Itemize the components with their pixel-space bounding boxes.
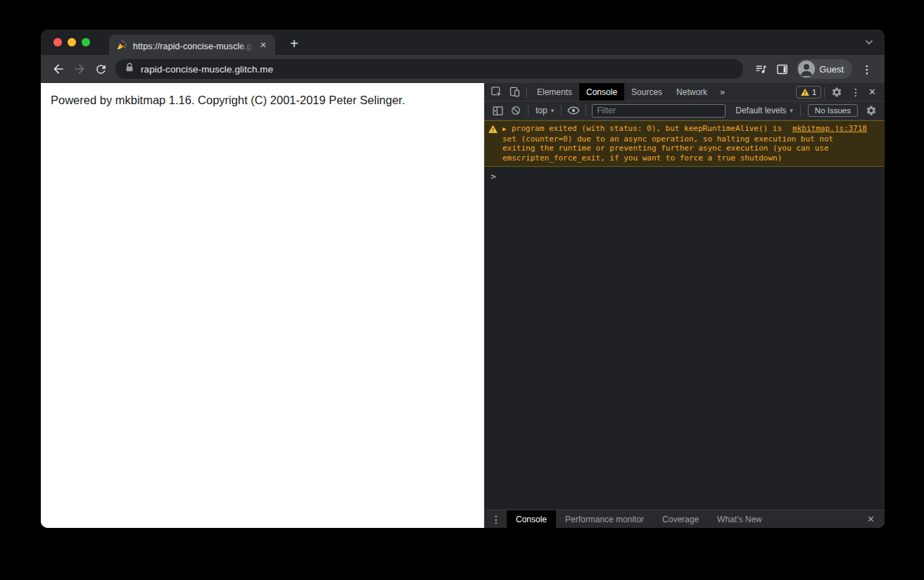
forward-button[interactable] [69, 58, 90, 80]
no-issues-button[interactable]: No Issues [808, 104, 858, 117]
profile-label: Guest [819, 64, 844, 75]
console-messages-area: mkbitmap.js:3718 ▶program exited (with s… [484, 120, 885, 510]
page-text: Powered by mkbitmap 1.16. Copyright (C) … [51, 94, 484, 107]
filter-input[interactable] [592, 104, 726, 118]
minimize-window-button[interactable] [68, 38, 76, 46]
back-button[interactable] [48, 58, 69, 80]
console-prompt[interactable]: > [484, 167, 885, 182]
devtools-close-icon[interactable]: ✕ [866, 87, 880, 97]
clear-console-icon[interactable] [507, 103, 525, 118]
tab-console[interactable]: Console [579, 83, 624, 101]
divider [800, 105, 801, 116]
live-expression-eye-icon[interactable] [564, 103, 583, 118]
console-empty-space[interactable] [484, 182, 885, 510]
tab-search-chevron-icon[interactable] [864, 37, 874, 47]
url-bar[interactable]: rapid-concise-muscle.glitch.me [115, 59, 743, 79]
profile-button[interactable]: Guest [797, 59, 852, 79]
devtools-settings-gear-icon[interactable] [828, 84, 846, 100]
drawer-tab-whats-new[interactable]: What's New [708, 510, 771, 528]
drawer-more-tools-kebab-icon[interactable]: ⋮ [487, 514, 507, 525]
drawer-tab-performance-monitor[interactable]: Performance monitor [556, 510, 653, 528]
browser-tab[interactable]: https://rapid-concise-muscle.g ✕ [109, 34, 275, 55]
devtools-menu-kebab-icon[interactable]: ⋮ [846, 87, 866, 98]
window-controls [53, 38, 90, 46]
expand-message-icon[interactable]: ▶ [502, 125, 512, 134]
guest-avatar [798, 61, 815, 77]
divider [586, 105, 586, 116]
more-panels-icon[interactable]: » [714, 87, 730, 97]
console-toolbar: top ▾ Default levels ▾ No Issues [484, 101, 885, 120]
console-settings-gear-icon[interactable] [862, 103, 880, 118]
warning-count: 1 [812, 88, 816, 96]
divider [528, 105, 529, 116]
party-popper-favicon-icon [116, 39, 127, 51]
fullscreen-window-button[interactable] [82, 38, 90, 46]
tab-strip: https://rapid-concise-muscle.g ✕ + [41, 30, 885, 55]
divider [561, 105, 562, 116]
console-sidebar-icon[interactable] [488, 103, 507, 118]
tab-network[interactable]: Network [669, 83, 714, 101]
divider [526, 87, 527, 98]
new-tab-button[interactable]: + [284, 34, 304, 53]
url-text: rapid-concise-muscle.glitch.me [141, 64, 273, 75]
reload-button[interactable] [90, 58, 111, 80]
context-selector-dropdown[interactable]: top ▾ [531, 106, 558, 115]
tab-title-fade [239, 39, 254, 51]
source-location-link[interactable]: mkbitmap.js:3718 [792, 124, 867, 134]
console-prompt-chevron: > [491, 171, 496, 182]
tab-title: https://rapid-concise-muscle.g [133, 39, 254, 51]
media-controls-icon[interactable] [750, 58, 771, 80]
side-panel-icon[interactable] [771, 58, 792, 80]
chevron-down-icon: ▾ [551, 107, 555, 114]
browser-menu-kebab-icon[interactable]: ⋮ [856, 58, 878, 80]
tab-elements[interactable]: Elements [530, 83, 579, 101]
devtools-drawer: ⋮ Console Performance monitor Coverage W… [484, 510, 885, 528]
browser-toolbar: rapid-concise-muscle.glitch.me [41, 55, 885, 83]
tab-close-icon[interactable]: ✕ [257, 39, 270, 51]
drawer-tab-console[interactable]: Console [507, 510, 556, 528]
console-warning-message[interactable]: mkbitmap.js:3718 ▶program exited (with s… [484, 120, 885, 167]
browser-window: https://rapid-concise-muscle.g ✕ + [41, 30, 885, 528]
tab-sources[interactable]: Sources [624, 83, 669, 101]
warning-triangle-icon [488, 124, 498, 163]
chevron-down-icon: ▾ [790, 107, 793, 114]
warning-count-badge[interactable]: 1 [796, 86, 821, 99]
devtools-tabbar: Elements Console Sources Network » 1 [484, 83, 885, 101]
warning-message-text: program exited (with status: 0), but kee… [502, 124, 833, 163]
warning-message-body: mkbitmap.js:3718 ▶program exited (with s… [502, 124, 867, 163]
drawer-tab-coverage[interactable]: Coverage [653, 510, 708, 528]
inspect-element-icon[interactable] [487, 84, 505, 100]
device-toolbar-icon[interactable] [505, 84, 524, 100]
page-content: Powered by mkbitmap 1.16. Copyright (C) … [41, 83, 484, 528]
drawer-close-icon[interactable]: ✕ [864, 514, 878, 524]
devtools-panel: Elements Console Sources Network » 1 [484, 83, 885, 528]
lock-icon[interactable] [125, 63, 134, 75]
divider [824, 87, 825, 98]
window-content: Powered by mkbitmap 1.16. Copyright (C) … [41, 83, 885, 528]
log-levels-dropdown[interactable]: Default levels ▾ [731, 106, 797, 115]
close-window-button[interactable] [53, 38, 62, 46]
